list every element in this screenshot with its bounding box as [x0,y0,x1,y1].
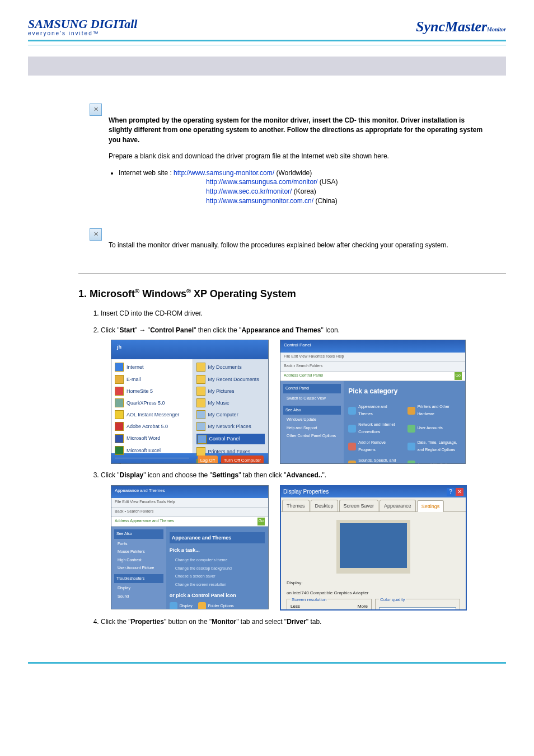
step-1: Insert CD into the CD-ROM driver. [101,308,506,320]
footer-rule [28,662,506,664]
prepare-text: Prepare a blank disk and download the dr… [109,152,489,161]
title-reg2: ® [186,288,191,294]
screenshot-control-panel: Control Panel File Edit View Favorites T… [280,340,466,464]
link-usa-suffix: (USA) [317,178,338,186]
nav-placeholder [28,57,506,76]
manual-install-block: ✕ To install the monitor driver manually… [90,228,489,257]
title-reg1: ® [135,288,139,294]
brand-right-sub: Monitor [487,26,506,32]
bullet-label: Internet web site : [119,169,174,177]
link-worldwide[interactable]: http://www.samsung-monitor.com/ [174,169,274,177]
brand-left: SAMSUNG DIGITall everyone's invited™ [28,17,137,36]
intro-bold-text: When prompted by the operating system fo… [109,116,486,145]
brand-right: SyncMasterMonitor [416,18,506,35]
info-icon-2: ✕ [90,228,102,241]
links-list: Internet web site : http://www.samsung-m… [119,168,489,178]
step-4: Click the "Properties" button on the "Mo… [101,616,506,628]
link-usa[interactable]: http://www.samsungusa.com/monitor/ [206,178,317,186]
step-2: Click "Start" → "Control Panel" then cli… [101,325,506,464]
steps-list: Insert CD into the CD-ROM driver. Click … [101,308,506,628]
logoff-button: Log Off [198,456,218,464]
doc-header: SAMSUNG DIGITall everyone's invited™ Syn… [28,17,506,36]
link-korea-suffix: (Korea) [292,187,316,195]
manual-install-text: To install the monitor driver manually, … [109,241,486,250]
title-prefix: 1. Microsoft [78,288,135,299]
section-title: 1. Microsoft® Windows® XP Operating Syst… [78,288,506,300]
link-china[interactable]: http://www.samsungmonitor.com.cn/ [206,197,313,205]
header-rule-thick [28,40,506,41]
intro-block: ✕ When prompted by the operating system … [90,104,489,152]
brand-sub-text: everyone's invited™ [28,30,137,36]
turnoff-button: Turn Off Computer [221,456,264,464]
step-3: Click "Display" icon and choose the "Set… [101,469,506,611]
brand-right-text: SyncMaster [416,18,487,35]
title-mid: Windows [139,288,186,299]
screenshot-start-menu: jh Internet E-mail HomeSite 5 QuarkXPres… [111,340,269,464]
dp-monitor-preview [336,520,410,574]
screenshot-display-properties: Display Properties ?✕ Themes Desktop Scr… [280,485,467,611]
link-china-suffix: (China) [313,197,338,205]
dp-tabs: Themes Desktop Screen Saver Appearance S… [281,497,466,512]
dp-window-controls: ?✕ [446,487,463,497]
header-rule-thin [28,45,506,45]
screenshot-appearance-themes: Appearance and Themes File Edit View Fav… [111,485,269,609]
title-suffix: XP Operating System [191,288,296,299]
section-separator [78,274,506,274]
dp-title-text: Display Properties [283,487,329,497]
startmenu-user: jh [111,340,268,359]
link-worldwide-suffix: (Worldwide) [274,169,312,177]
brand-top-text: SAMSUNG DIGITall [28,17,137,31]
link-korea[interactable]: http://www.sec.co.kr/monitor/ [206,187,292,195]
info-icon: ✕ [90,104,102,116]
